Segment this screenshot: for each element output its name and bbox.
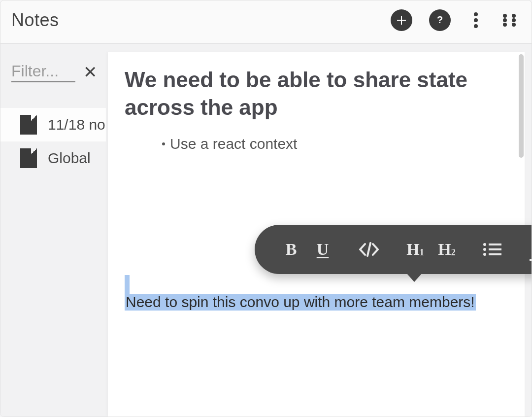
h2-button[interactable]: H2 <box>437 240 457 259</box>
svg-point-3 <box>474 24 478 28</box>
color-underline-icon <box>530 259 532 261</box>
note-label: Global <box>48 150 91 167</box>
more-vert-icon <box>473 12 478 29</box>
svg-rect-15 <box>489 253 501 255</box>
question-icon: ? <box>434 14 446 26</box>
h1-button[interactable]: H1 <box>405 240 425 259</box>
editor-wrap: We need to be able to share state across… <box>106 43 532 417</box>
clear-filter-icon[interactable]: ✕ <box>83 64 97 80</box>
code-button[interactable] <box>358 242 380 257</box>
bold-button[interactable]: B <box>281 240 301 259</box>
header: Notes ? <box>0 0 532 43</box>
help-button[interactable]: ? <box>429 9 451 31</box>
list-icon <box>483 243 501 256</box>
app-title: Notes <box>11 10 59 31</box>
document-icon <box>20 148 37 168</box>
text-color-button[interactable]: A <box>528 238 532 261</box>
h1-label: H <box>406 240 419 259</box>
document-icon <box>20 115 37 135</box>
scrollbar[interactable] <box>519 54 524 158</box>
note-list: 11/18 no Global <box>0 108 106 175</box>
format-toolbar: B U H1 H2 A <box>255 225 532 274</box>
sidebar: ✕ 11/18 no Global <box>0 43 106 417</box>
svg-point-4 <box>503 14 507 18</box>
bullet-dot-icon <box>162 142 165 145</box>
selected-text[interactable]: Need to spin this convo up with more tea… <box>125 294 476 311</box>
svg-point-8 <box>503 23 507 27</box>
code-icon <box>358 242 380 257</box>
svg-point-6 <box>503 18 507 22</box>
list-item[interactable]: Use a react context <box>162 136 508 152</box>
h2-label: H <box>438 240 451 259</box>
note-label: 11/18 no <box>48 116 105 133</box>
svg-point-7 <box>512 18 516 22</box>
svg-point-10 <box>483 243 486 246</box>
toolbar-group-heading: H1 H2 <box>405 240 457 259</box>
notes-app: Notes ? ✕ <box>0 0 532 417</box>
svg-point-12 <box>483 248 486 251</box>
body: ✕ 11/18 no Global We need to be able to … <box>0 43 532 417</box>
filter-row: ✕ <box>0 61 106 85</box>
sidebar-item-note-1[interactable]: Global <box>0 141 106 175</box>
svg-point-5 <box>512 14 516 18</box>
apps-button[interactable] <box>501 12 518 29</box>
toolbar-group-text: B U <box>281 240 332 259</box>
h1-sub: 1 <box>420 247 424 258</box>
grid-icon <box>502 13 517 28</box>
svg-point-2 <box>474 18 478 22</box>
bullet-text: Use a react context <box>170 136 297 152</box>
svg-rect-13 <box>489 248 501 250</box>
svg-point-1 <box>474 12 478 16</box>
underline-button[interactable]: U <box>313 240 332 259</box>
add-button[interactable] <box>391 9 412 31</box>
svg-point-9 <box>512 23 516 27</box>
bullet-list[interactable]: Use a react context <box>162 136 508 152</box>
h2-sub: 2 <box>451 247 456 258</box>
list-button[interactable] <box>482 243 502 256</box>
note-title[interactable]: We need to be able to share state across… <box>125 66 508 122</box>
svg-point-14 <box>483 253 486 256</box>
svg-text:?: ? <box>437 14 443 25</box>
overflow-button[interactable] <box>467 12 484 29</box>
selection-caret <box>125 275 130 294</box>
filter-input[interactable] <box>11 61 75 82</box>
svg-rect-11 <box>489 243 501 245</box>
plus-icon <box>396 14 407 26</box>
header-actions: ? <box>391 9 518 31</box>
sidebar-item-note-0[interactable]: 11/18 no <box>0 108 106 141</box>
